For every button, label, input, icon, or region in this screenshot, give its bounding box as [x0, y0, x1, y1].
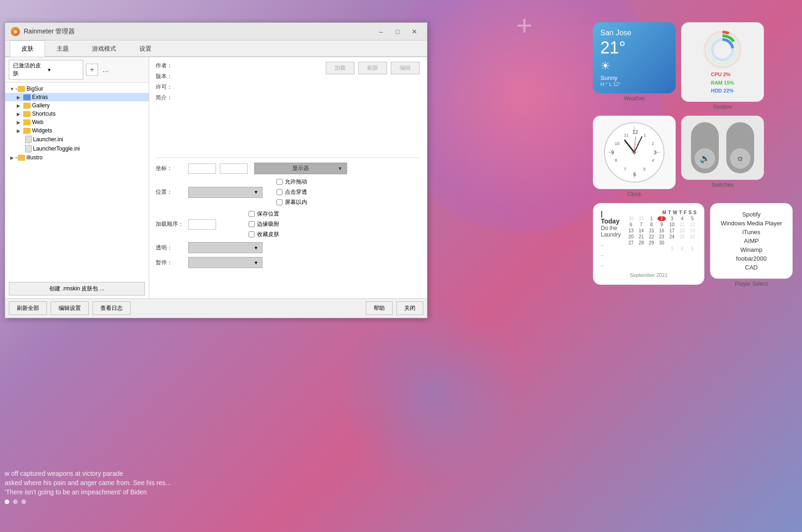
skin-toolbar: 已激活的皮肤 ▼ + ... — [5, 57, 149, 83]
player-itunes[interactable]: iTunes — [718, 228, 785, 236]
coord-y-input[interactable] — [220, 164, 248, 174]
refresh-all-button[interactable]: 刷新全部 — [9, 302, 47, 315]
tab-settings[interactable]: 设置 — [128, 40, 163, 57]
refresh-button[interactable]: 刷新 — [358, 62, 387, 74]
transparent-row: 透明： ▼ — [156, 242, 421, 253]
edit-settings-button[interactable]: 编辑设置 — [51, 302, 89, 315]
minimize-button[interactable]: – — [374, 26, 388, 37]
svg-text:8: 8 — [615, 158, 617, 163]
player-cad[interactable]: CAD — [718, 263, 785, 272]
cal-row-1: 30 31 1 2 3 4 5 — [627, 216, 697, 221]
svg-text:4: 4 — [652, 158, 654, 163]
tree-item-illustro[interactable]: ▶ - illustro — [5, 153, 149, 162]
cal-cell — [647, 246, 656, 251]
tree-item-shortcuts[interactable]: ▶ Shortcuts — [5, 110, 149, 118]
cal-cell: 30 — [657, 240, 666, 245]
cal-cell: 13 — [627, 228, 635, 233]
player-aimp[interactable]: AIMP — [718, 236, 785, 245]
cal-t2: T — [679, 210, 682, 215]
edit-button[interactable]: 编辑 — [391, 62, 420, 74]
snap-edges-checkbox[interactable] — [249, 221, 255, 227]
checkbox-group: 允许拖动 点击穿透 屏幕以内 — [276, 178, 307, 206]
tree-item-widgets[interactable]: ▶ Widgets — [5, 126, 149, 135]
cal-dashes: – – – — [601, 240, 622, 270]
tab-skin[interactable]: 皮肤 — [10, 40, 45, 57]
cpu-stat: CPU 2% — [711, 71, 734, 79]
brightness-switch: ☼ — [726, 122, 754, 173]
keep-on-screen-checkbox[interactable] — [276, 199, 283, 205]
transparent-select[interactable]: ▼ — [188, 242, 263, 253]
pause-row: 暂停： ▼ — [156, 257, 421, 268]
tabs-bar: 皮肤 主题 游戏模式 设置 — [5, 40, 427, 57]
click-through-checkbox[interactable] — [276, 189, 283, 195]
close-button[interactable]: ✕ — [408, 26, 421, 37]
view-log-button[interactable]: 查看日志 — [92, 302, 131, 315]
system-stats: CPU 2% RAM 15% HDD 22% — [711, 71, 734, 95]
tree-item-extras[interactable]: ▶ Extras — [5, 93, 149, 101]
system-label: System — [681, 104, 764, 110]
license-row: 许可： — [156, 83, 421, 91]
pause-select[interactable]: ▼ — [188, 257, 263, 268]
news-dot-2[interactable] — [13, 499, 18, 504]
cal-cell — [657, 246, 666, 251]
cal-cell: 4 — [678, 216, 686, 221]
help-button[interactable]: 帮助 — [366, 302, 393, 315]
player-winamp[interactable]: Winamp — [718, 245, 785, 254]
tree-label-launcher: Launcher.ini — [33, 136, 63, 143]
position-select[interactable]: ▼ — [188, 187, 263, 198]
svg-point-0 — [705, 32, 740, 67]
svg-text:3: 3 — [654, 150, 657, 155]
brightness-pill[interactable]: ☼ — [726, 122, 754, 173]
weather-city: San Jose — [600, 29, 668, 37]
ellipsis-button[interactable]: ... — [101, 66, 111, 74]
tree-item-launcher[interactable]: ▶ Launcher.ini — [5, 135, 149, 144]
skin-tree: ▼ - BigSur ▶ Extras ▶ Gallery — [5, 83, 149, 279]
news-item-1: w off captured weapons at victory parade — [0, 470, 325, 477]
svg-text:1: 1 — [644, 133, 646, 138]
window-controls: – □ ✕ — [374, 26, 421, 37]
checkbox-favorite: 收藏皮肤 — [249, 230, 279, 238]
tab-theme[interactable]: 主题 — [45, 40, 80, 57]
cal-cell: 14 — [637, 228, 645, 233]
tree-item-web[interactable]: ▶ Web — [5, 118, 149, 126]
svg-text:2: 2 — [652, 141, 654, 145]
coord-x-input[interactable] — [188, 164, 216, 174]
tree-item-launchertoggle[interactable]: ▶ LauncherToggle.ini — [5, 144, 149, 153]
brightness-icon: ☼ — [736, 153, 744, 163]
player-foobar[interactable]: foobar2000 — [718, 254, 785, 263]
load-order-input[interactable] — [188, 219, 216, 230]
player-wmp[interactable]: Windows Media Player — [718, 219, 785, 228]
folder-icon — [18, 155, 25, 161]
tree-item-bigsur[interactable]: ▼ - BigSur — [5, 85, 149, 93]
author-label: 作者： — [156, 62, 179, 70]
create-skin-package-button[interactable]: 创建 .rmskin 皮肤包 ... — [9, 282, 145, 296]
tree-item-gallery[interactable]: ▶ Gallery — [5, 101, 149, 110]
save-pos-checkbox[interactable] — [249, 211, 255, 217]
news-dot-1[interactable] — [5, 499, 9, 504]
news-dot-3[interactable] — [21, 499, 26, 504]
allow-drag-checkbox[interactable] — [276, 179, 283, 185]
sound-switch: 🔊 — [691, 122, 719, 173]
tree-label-widgets: Widgets — [32, 127, 52, 134]
cal-cell: 26 — [688, 234, 697, 239]
player-spotify[interactable]: Spotify — [718, 210, 785, 219]
folder-icon — [23, 111, 31, 117]
tab-game-mode[interactable]: 游戏模式 — [80, 40, 128, 57]
add-skin-button[interactable]: + — [86, 64, 98, 76]
skin-dropdown[interactable]: 已激活的皮肤 ▼ — [9, 60, 83, 79]
tree-label-gallery: Gallery — [32, 102, 50, 109]
svg-line-22 — [625, 140, 634, 152]
sound-pill[interactable]: 🔊 — [691, 122, 719, 173]
load-order-row: 加载顺序： 保存位置 边缘吸附 收藏皮肤 — [156, 210, 421, 238]
cal-cell — [678, 240, 686, 245]
close-window-button[interactable]: 关闭 — [396, 302, 423, 315]
calendar-widget: | Today Do the Laundry – – – M T — [593, 203, 704, 287]
tree-expand-icon: ▶ — [15, 127, 22, 134]
monitor-button[interactable]: 显示器 — [254, 163, 347, 174]
load-button[interactable]: 加载 — [326, 62, 355, 74]
weather-card: San Jose 21° ☀ Sunny H:° L:12° — [593, 22, 676, 93]
cal-t1: T — [668, 210, 671, 215]
favorite-checkbox[interactable] — [249, 231, 255, 237]
clock-svg: 12 3 6 9 1 2 4 5 7 8 10 11 — [605, 123, 664, 182]
maximize-button[interactable]: □ — [391, 26, 405, 37]
